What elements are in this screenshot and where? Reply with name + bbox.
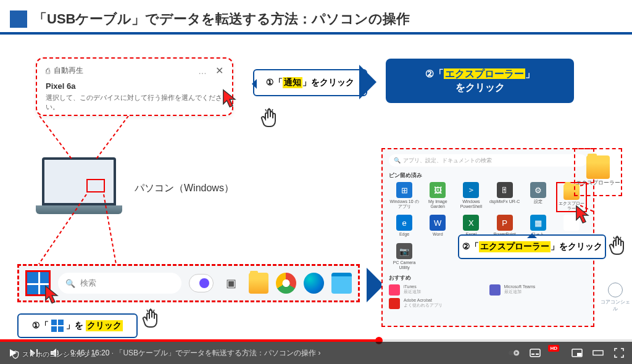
notification-body: 選択して、このデバイスに対して行う操作を選んでください。 (46, 93, 223, 112)
startmenu-app-6[interactable]: eEdge (389, 215, 420, 241)
explorer-callout: エクスプローラー (574, 148, 622, 196)
s2s-action: クリック (568, 241, 602, 252)
title-bar: 「USBケーブル」でデータを転送する方法：パソコンの操作 (0, 6, 632, 35)
app-label: dspMixFx UR-C (489, 199, 520, 208)
startmenu-search[interactable]: 🔍 アプリ、設定、ドキュメントの検索 (389, 154, 587, 167)
hd-badge: HD (548, 345, 559, 352)
reco-icon (389, 298, 400, 309)
step2-action: クリック (465, 82, 505, 93)
reco-item-0[interactable]: iTunes最近追加 (389, 284, 487, 296)
app-icon: P (497, 215, 513, 231)
svg-rect-10 (536, 354, 539, 355)
step2-prefix: ②「 (425, 68, 444, 79)
svg-rect-13 (577, 353, 581, 356)
app-icon: ＞ (463, 182, 479, 198)
startmenu-app-1[interactable]: 🖼My Image Garden (422, 182, 453, 212)
theater-button[interactable] (592, 347, 604, 358)
cursor-arrow-icon (221, 88, 244, 111)
app-label: Windows PowerShell (455, 199, 486, 209)
page-title: 「USBケーブル」でデータを転送する方法：パソコンの操作 (33, 10, 410, 28)
close-icon[interactable]: ✕ (215, 65, 223, 77)
startmenu-app-0[interactable]: ⊞Windows 10 のアプリ (389, 182, 420, 212)
step1-suffix: 」を (302, 77, 320, 88)
cursor-arrow2-icon (43, 284, 67, 307)
instruction-step2-sub: ②「エクスプローラー」をクリック (458, 234, 606, 259)
taskbar-chrome-icon[interactable] (276, 273, 296, 294)
fullscreen-button[interactable] (613, 347, 625, 358)
startmenu-app-7[interactable]: WWord (422, 215, 453, 241)
autoplay-notification[interactable]: ⎙ 自動再生 … ✕ Pixel 6a 選択して、このデバイスに対して行う操作を… (36, 57, 233, 116)
app-icon: 🎚 (497, 182, 513, 198)
app-label: Word (433, 232, 443, 241)
autoplay-toggle[interactable] (509, 347, 520, 358)
reco-item-1[interactable]: Microsoft Teams最近追加 (489, 284, 588, 296)
s2s-target: エクスプローラー (479, 241, 551, 252)
startmenu-search-placeholder: アプリ、設定、ドキュメントの検索 (403, 157, 492, 165)
app-label: 設定 (534, 199, 543, 208)
settings-button[interactable]: HD (551, 347, 562, 358)
svg-line-0 (40, 116, 73, 160)
app-icon: 📷 (396, 243, 412, 259)
reco-label: Adobe Acrobatよく使われるアプリ (404, 298, 443, 308)
explorer-folder-icon (586, 155, 610, 179)
laptop-base-icon (36, 205, 122, 214)
more-icon[interactable]: … (198, 66, 208, 76)
usb-icon: ⎙ (46, 67, 50, 75)
arrow-icon (359, 65, 376, 99)
autoplay-label: ⎙ 自動再生 (46, 65, 83, 76)
app-label: My Image Garden (422, 199, 453, 209)
app-label: Edge (399, 232, 409, 241)
chevron-right-icon: › (318, 349, 320, 357)
reco-item-2[interactable]: Adobe Acrobatよく使われるアプリ (389, 298, 487, 309)
svg-line-1 (95, 116, 128, 160)
reco-label: iTunes最近追加 (404, 284, 421, 295)
laptop-screen-icon (42, 157, 116, 205)
autoplay-text: 自動再生 (54, 65, 83, 76)
explorer-callout-label: エクスプローラー (576, 180, 620, 189)
pinned-label: ピン留め済み (389, 172, 587, 180)
laptop-illustration (36, 157, 122, 214)
channel-name: スマホのコンシェルジュ (22, 350, 97, 359)
app-icon: e (396, 215, 412, 231)
step1-prefix: ①「 (266, 77, 283, 88)
reco-label: おすすめ (389, 274, 587, 282)
taskbar-notepad-icon[interactable] (331, 273, 352, 294)
tap-hand2-icon (142, 308, 160, 331)
app-label: Windows 10 のアプリ (389, 199, 420, 209)
startmenu-app-2[interactable]: ＞Windows PowerShell (455, 182, 486, 212)
shield-icon (11, 350, 20, 359)
instruction-step2: ②「エクスプローラー」 をクリック (386, 59, 574, 103)
s2s-prefix: ②「 (462, 241, 479, 252)
taskbar-edge-icon[interactable] (304, 273, 324, 294)
cursor-arrow3-icon (574, 204, 597, 227)
notification-device: Pixel 6a (46, 81, 223, 91)
taskbar-widgets-icon[interactable]: ▣ (221, 273, 241, 294)
miniplayer-button[interactable] (572, 347, 583, 358)
startmenu-app-3[interactable]: 🎚dspMixFx UR-C (489, 182, 520, 212)
video-time: 9:46 / 16:20 · 「USBケーブル」でデータを転送する方法：パソコン… (70, 348, 320, 358)
app-label: PC Camera Utility (389, 260, 420, 270)
start-suffix: 」を (66, 320, 83, 331)
app-icon: X (463, 215, 479, 231)
startmenu-app-4[interactable]: ⚙設定 (523, 182, 554, 212)
step2-line2-prefix: を (455, 82, 465, 93)
reco-icon (389, 284, 400, 296)
instruction-step1: ①「通知」をクリック (253, 69, 367, 96)
svg-rect-14 (593, 350, 603, 355)
startmenu-app-12[interactable]: 📷PC Camera Utility (389, 243, 420, 270)
title-marker-icon (10, 10, 27, 28)
watermark-text: コアコンシェル (599, 299, 632, 312)
taskbar-copilot-icon[interactable] (189, 274, 214, 292)
laptop-highlight-box (86, 179, 105, 192)
step1-target: 通知 (283, 77, 302, 88)
video-chapter[interactable]: 「USBケーブル」でデータを転送する方法：パソコンの操作 (115, 349, 316, 357)
taskbar-search[interactable]: 🔍 検索 (58, 273, 181, 294)
windows-taskbar: 🔍 検索 ▣ (17, 264, 360, 302)
subtitles-button[interactable] (530, 347, 541, 358)
instruction-step-start: ①「 」を クリック (17, 313, 138, 338)
watermark: コアコンシェル (599, 283, 632, 312)
step2-suffix1: 」 (525, 68, 535, 79)
watermark-icon (608, 283, 623, 297)
taskbar-explorer-icon[interactable] (249, 273, 269, 294)
s2s-suffix: 」を (551, 241, 568, 252)
